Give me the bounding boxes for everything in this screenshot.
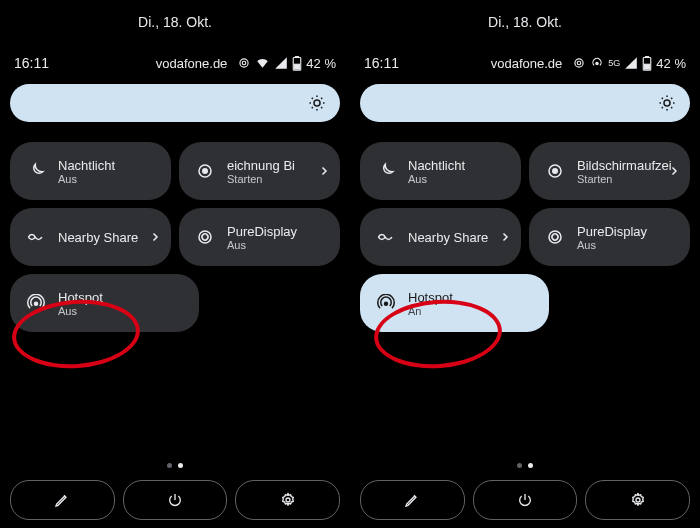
svg-rect-16 [645,64,650,69]
page-indicator [0,463,350,468]
edit-button[interactable] [360,480,465,520]
hotspot-icon [24,294,48,312]
tile-sub: Aus [577,239,647,251]
chevron-right-icon[interactable] [149,231,161,243]
power-icon [517,492,533,508]
record-icon [543,162,567,180]
page-indicator [350,463,700,468]
svg-rect-15 [646,56,649,58]
clock: 16:11 [364,55,399,71]
tile-title: Nearby Share [58,230,138,245]
settings-button[interactable] [585,480,690,520]
power-button[interactable] [473,480,578,520]
tile-nightlight[interactable]: NachtlichtAus [360,142,521,200]
svg-point-20 [549,231,561,243]
tile-puredisplay[interactable]: PureDisplayAus [529,208,690,266]
puredisplay-icon [193,228,217,246]
battery-percent: 42 % [656,56,686,71]
tile-screenrecord[interactable]: BildschirmaufzeiStarten [529,142,690,200]
tile-nearby-share[interactable]: Nearby Share [10,208,171,266]
gear-icon [630,492,646,508]
tile-title: eichnung Bi [227,158,295,173]
svg-point-17 [664,100,670,106]
svg-point-7 [203,169,208,174]
svg-point-10 [286,498,290,502]
carrier-label: vodafone.de [491,56,563,71]
chevron-right-icon[interactable] [499,231,511,243]
svg-point-0 [243,61,247,65]
svg-point-12 [575,59,583,67]
tile-sub: Starten [227,173,295,185]
page-dot [517,463,522,468]
moon-icon [24,162,48,180]
svg-point-21 [385,302,388,305]
gear-icon [280,492,296,508]
svg-point-5 [314,100,320,106]
carrier-label: vodafone.de [156,56,228,71]
chevron-right-icon[interactable] [668,165,680,177]
tile-screenrecord[interactable]: eichnung BiStarten [179,142,340,200]
power-button[interactable] [123,480,228,520]
svg-point-11 [578,61,582,65]
nfc-icon [237,56,251,70]
tile-title: Hotspot [58,290,103,305]
svg-point-9 [35,302,38,305]
pencil-icon [54,492,70,508]
nearby-share-icon [374,230,398,244]
tile-hotspot[interactable]: HotspotAn [360,274,549,332]
tile-sub: Aus [58,173,115,185]
pencil-icon [404,492,420,508]
battery-icon [292,56,302,71]
svg-rect-4 [295,64,300,69]
tile-title: Hotspot [408,290,453,305]
network-type: 5G [608,58,620,68]
page-dot [167,463,172,468]
tile-sub: An [408,305,453,317]
tile-puredisplay[interactable]: PureDisplayAus [179,208,340,266]
nfc-icon [572,56,586,70]
status-bar: 16:11 vodafone.de 42 % [0,55,350,71]
tile-nightlight[interactable]: NachtlichtAus [10,142,171,200]
svg-point-8 [199,231,211,243]
battery-icon [642,56,652,71]
tile-title: PureDisplay [577,224,647,239]
chevron-right-icon[interactable] [318,165,330,177]
hotspot-status-icon [590,56,604,70]
tile-title: Nachtlicht [58,158,115,173]
page-dot [178,463,183,468]
wifi-icon [255,56,270,70]
settings-button[interactable] [235,480,340,520]
tile-sub: Aus [227,239,297,251]
puredisplay-icon [543,228,567,246]
signal-icon [624,56,638,70]
svg-point-19 [553,169,558,174]
svg-rect-3 [296,56,299,58]
date-label: Di., 18. Okt. [350,14,700,30]
power-icon [167,492,183,508]
nearby-share-icon [24,230,48,244]
tile-sub: Starten [577,173,672,185]
status-bar: 16:11 vodafone.de 5G 42 % [350,55,700,71]
tile-title: Nachtlicht [408,158,465,173]
svg-point-1 [240,59,248,67]
brightness-icon [658,94,676,112]
moon-icon [374,162,398,180]
brightness-slider[interactable] [10,84,340,122]
page-dot [528,463,533,468]
signal-icon [274,56,288,70]
date-label: Di., 18. Okt. [0,14,350,30]
tile-nearby-share[interactable]: Nearby Share [360,208,521,266]
tile-sub: Aus [58,305,103,317]
battery-percent: 42 % [306,56,336,71]
clock: 16:11 [14,55,49,71]
tile-title: Nearby Share [408,230,488,245]
hotspot-icon [374,294,398,312]
tile-sub: Aus [408,173,465,185]
svg-point-22 [636,498,640,502]
svg-point-13 [596,62,598,64]
record-icon [193,162,217,180]
tile-hotspot[interactable]: HotspotAus [10,274,199,332]
tile-title: PureDisplay [227,224,297,239]
brightness-slider[interactable] [360,84,690,122]
edit-button[interactable] [10,480,115,520]
